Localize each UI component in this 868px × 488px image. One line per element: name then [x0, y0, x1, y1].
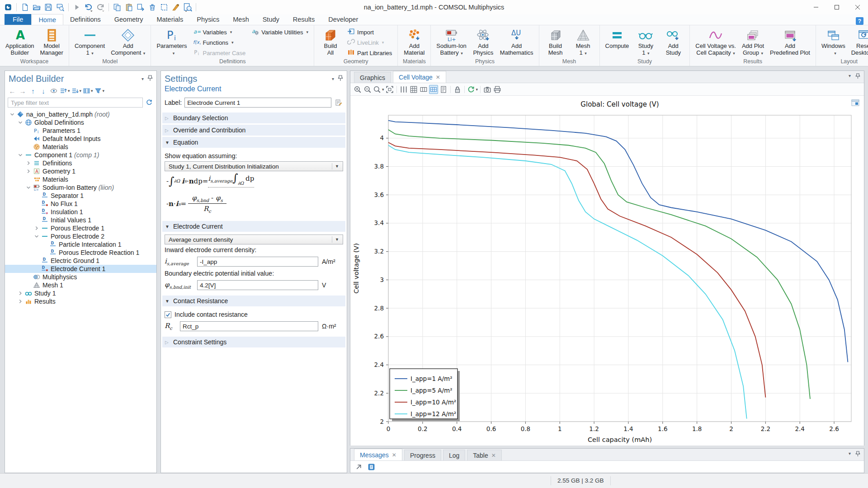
- tree-item-electrode-current-1[interactable]: DElectrode Current 1: [5, 265, 156, 273]
- plot-properties-icon[interactable]: [851, 99, 859, 108]
- ribbon-tab-definitions[interactable]: Definitions: [63, 14, 108, 25]
- tree-item-global-definitions[interactable]: Global Definitions: [5, 118, 156, 127]
- tree-item-porous-electrode-reaction-1[interactable]: DPorous Electrode Reaction 1: [5, 249, 156, 257]
- tree-item-results[interactable]: Results: [5, 297, 156, 305]
- compute-button[interactable]: Compute: [604, 27, 631, 58]
- play-icon[interactable]: [71, 2, 82, 13]
- sodium-ion-battery-button[interactable]: Li+Sodium-IonBattery ▾: [434, 27, 468, 58]
- tree-item-particle-intercalation-1[interactable]: DParticle Intercalation 1: [5, 240, 156, 249]
- tree-item-definitions[interactable]: Definitions: [5, 159, 156, 167]
- tree-item-default-model-inputs[interactable]: Default Model Inputs: [5, 135, 156, 143]
- tree-item-parameters-1[interactable]: PiParameters 1: [5, 127, 156, 135]
- expander-icon[interactable]: [17, 290, 24, 296]
- expander-icon[interactable]: [33, 233, 40, 239]
- ribbon-tab-mesh[interactable]: Mesh: [226, 14, 255, 25]
- tree-item-sodium-ion-battery[interactable]: Li+Sodium-Ion Battery(liion): [5, 183, 156, 192]
- tree-item-electric-ground-1[interactable]: DElectric Ground 1: [5, 257, 156, 265]
- cell-a-icon[interactable]: [419, 85, 428, 94]
- refresh-icon[interactable]: ▾: [467, 85, 478, 94]
- ne-arrow-icon[interactable]: [354, 462, 363, 471]
- potential-input[interactable]: [197, 280, 318, 290]
- tree-item-separator-1[interactable]: DSeparator 1: [5, 192, 156, 200]
- filter-icon[interactable]: ▾: [94, 86, 105, 95]
- section-boundary-selection[interactable]: ▷ Boundary Selection: [162, 113, 345, 123]
- tree-item-insulation-1[interactable]: DInsulation 1: [5, 208, 156, 216]
- build-all-button[interactable]: BuildAll: [318, 27, 343, 58]
- moveup-icon[interactable]: ▾: [60, 86, 70, 95]
- close-button[interactable]: [847, 0, 868, 14]
- functions-button[interactable]: f(x)Functions▾: [191, 38, 248, 47]
- refresh-icon[interactable]: [145, 98, 154, 107]
- tree-item-porous-electrode-2[interactable]: Porous Electrode 2: [5, 232, 156, 240]
- study-1-button[interactable]: Study1 ▾: [633, 27, 658, 58]
- application-builder-button[interactable]: AApplicationBuilder: [4, 27, 36, 58]
- pin-icon[interactable]: [338, 75, 343, 83]
- expander-icon[interactable]: [25, 168, 32, 174]
- variables-button[interactable]: a=Variables▾: [191, 27, 248, 37]
- graphics-tab-graphics[interactable]: Graphics: [354, 72, 391, 83]
- pin-icon[interactable]: [855, 73, 860, 80]
- delete-icon[interactable]: [147, 2, 158, 13]
- current-type-dropdown[interactable]: Average current density ▼: [165, 235, 343, 244]
- section-constraint-settings[interactable]: ▷ Constraint Settings: [162, 337, 345, 347]
- messages-tab-messages[interactable]: Messages✕: [354, 449, 402, 460]
- save-icon[interactable]: [43, 2, 54, 13]
- close-tab-icon[interactable]: ✕: [491, 452, 496, 459]
- paste-icon[interactable]: [123, 2, 134, 13]
- new-icon[interactable]: [19, 2, 30, 13]
- ribbon-tab-home[interactable]: Home: [31, 14, 63, 25]
- ribbon-tab-developer[interactable]: Developer: [321, 14, 365, 25]
- redo-icon[interactable]: [95, 2, 106, 13]
- down-icon[interactable]: ↓: [39, 86, 48, 95]
- zoom-out-icon[interactable]: [363, 85, 372, 94]
- expander-icon[interactable]: [17, 119, 24, 126]
- tree-item-initial-values-1[interactable]: DInitial Values 1: [5, 216, 156, 224]
- section-electrode-current[interactable]: ▼ Electrode Current: [162, 221, 345, 232]
- section-equation[interactable]: ▼ Equation: [162, 137, 345, 148]
- hgrid-icon[interactable]: [409, 85, 418, 94]
- tree-item-materials[interactable]: Materials: [5, 175, 156, 183]
- add-physics-button[interactable]: AddPhysics: [471, 27, 496, 58]
- include-contact-resistance-checkbox[interactable]: [165, 311, 171, 318]
- open-icon[interactable]: [31, 2, 42, 13]
- doc-icon[interactable]: [439, 85, 448, 94]
- parameters-button[interactable]: PiParameters ▾: [155, 27, 189, 58]
- expander-icon[interactable]: [33, 225, 40, 231]
- help-button[interactable]: ?: [856, 17, 863, 25]
- minimize-button[interactable]: [806, 0, 826, 14]
- tree-item-study-1[interactable]: Study 1: [5, 289, 156, 297]
- tab-list-icon[interactable]: ▾: [849, 73, 851, 80]
- panel-menu-icon[interactable]: ▾: [332, 76, 334, 81]
- ribbon-tab-file[interactable]: File: [5, 14, 31, 25]
- ribbon-tab-physics[interactable]: Physics: [190, 14, 226, 25]
- model-manager-button[interactable]: ModelManager: [38, 27, 65, 58]
- reset-desktop-button[interactable]: ResetDesktop ▾: [849, 27, 868, 58]
- cell-b-icon[interactable]: [429, 85, 438, 94]
- add-component-button[interactable]: AddComponent ▾: [109, 27, 147, 58]
- tree-item-no-flux-1[interactable]: DNo Flux 1: [5, 200, 156, 208]
- messages-tab-table[interactable]: Table✕: [467, 450, 502, 460]
- fwd-icon[interactable]: →: [18, 86, 27, 95]
- add-mathematics-button[interactable]: ΔUAddMathematics: [498, 27, 535, 58]
- messages-tab-log[interactable]: Log: [443, 450, 465, 460]
- ribbon-tab-materials[interactable]: Materials: [150, 14, 190, 25]
- rename-icon[interactable]: [334, 98, 343, 107]
- tab-list-icon[interactable]: ▾: [849, 451, 851, 458]
- duplicate-icon[interactable]: [135, 2, 146, 13]
- maximize-button[interactable]: [826, 0, 847, 14]
- part-libraries-button[interactable]: Part Libraries: [345, 48, 394, 58]
- ribbon-tab-study[interactable]: Study: [256, 14, 286, 25]
- save-find-icon[interactable]: [55, 2, 66, 13]
- fit-icon[interactable]: [385, 85, 394, 94]
- zoom-dd-icon[interactable]: ▾: [373, 85, 384, 94]
- brush-icon[interactable]: [170, 2, 181, 13]
- tree-item-materials[interactable]: Materials: [5, 143, 156, 151]
- close-tab-icon[interactable]: ✕: [392, 452, 396, 458]
- windows-button[interactable]: Windows ▾: [820, 27, 847, 58]
- select-icon[interactable]: [159, 2, 170, 13]
- tree-filter-input[interactable]: [8, 98, 143, 108]
- close-tab-icon[interactable]: ✕: [436, 74, 440, 80]
- add-predefined-plot-button[interactable]: AddPredefined Plot: [768, 27, 812, 58]
- tree-item-mesh-1[interactable]: Mesh 1: [5, 281, 156, 289]
- add-plot-group-button[interactable]: Add PlotGroup ▾: [740, 27, 766, 58]
